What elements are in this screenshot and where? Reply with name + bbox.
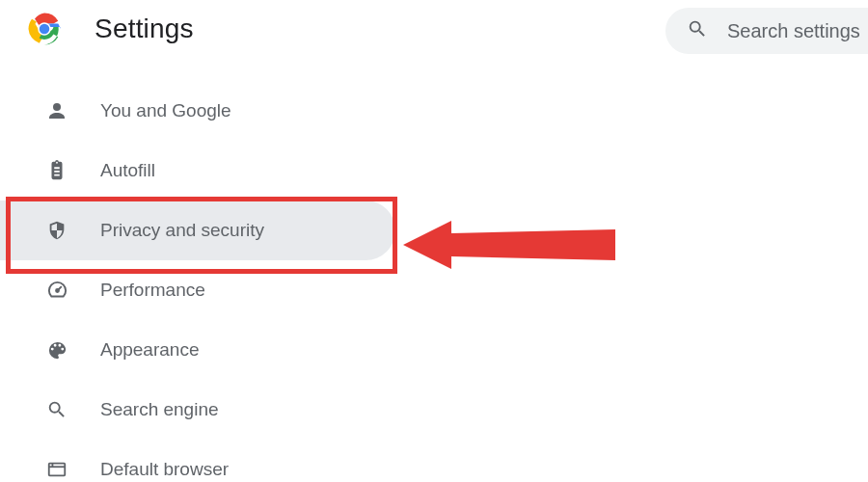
sidebar-item-default-browser[interactable]: Default browser (0, 440, 395, 482)
sidebar-item-autofill[interactable]: Autofill (0, 141, 395, 201)
settings-sidebar: You and Google Autofill Privacy and secu… (0, 64, 395, 482)
sidebar-item-label: Appearance (100, 339, 199, 361)
sidebar-item-label: You and Google (100, 100, 231, 121)
palette-icon (44, 337, 69, 362)
sidebar-item-label: Privacy and security (100, 220, 264, 241)
sidebar-item-you-and-google[interactable]: You and Google (0, 81, 395, 141)
browser-icon (44, 457, 69, 482)
search-input[interactable] (727, 20, 862, 42)
annotation-arrow-icon (403, 216, 625, 274)
magnifier-icon (44, 397, 69, 422)
sidebar-item-label: Default browser (100, 459, 229, 480)
search-box[interactable] (665, 8, 868, 54)
svg-point-5 (56, 289, 59, 292)
sidebar-item-label: Performance (100, 280, 205, 301)
speedometer-icon (44, 278, 69, 303)
shield-icon (44, 218, 69, 243)
svg-point-3 (53, 103, 61, 111)
page-title: Settings (95, 13, 194, 44)
sidebar-item-appearance[interactable]: Appearance (0, 320, 395, 380)
search-icon (687, 18, 727, 43)
sidebar-item-performance[interactable]: Performance (0, 260, 395, 320)
svg-rect-6 (49, 464, 66, 476)
svg-marker-9 (403, 221, 615, 269)
chrome-logo-icon (27, 12, 62, 46)
svg-point-2 (40, 24, 50, 35)
sidebar-item-label: Search engine (100, 399, 219, 420)
clipboard-icon (44, 158, 69, 183)
sidebar-item-privacy-security[interactable]: Privacy and security (0, 201, 395, 260)
person-icon (44, 98, 69, 123)
sidebar-item-search-engine[interactable]: Search engine (0, 380, 395, 440)
sidebar-item-label: Autofill (100, 160, 155, 181)
